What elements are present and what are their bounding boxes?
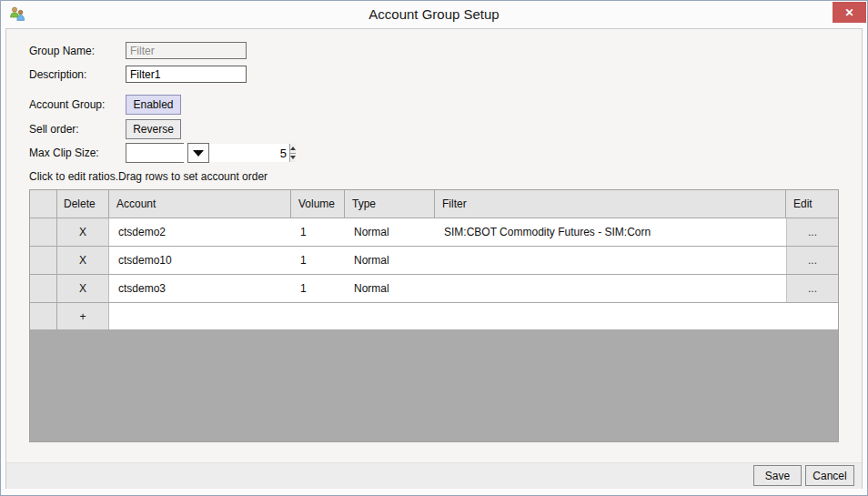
filter-cell[interactable] [435, 275, 786, 302]
volume-cell[interactable]: 1 [291, 247, 345, 274]
max-clip-size-stepper [126, 143, 184, 163]
spin-down-button[interactable] [290, 153, 296, 163]
description-input[interactable] [126, 66, 247, 83]
spin-buttons [289, 144, 296, 162]
grid-header-row: Delete Account Volume Type Filter Edit [30, 190, 838, 218]
edit-button[interactable]: ... [786, 275, 838, 302]
delete-cell[interactable]: X [57, 247, 109, 274]
header-filter[interactable]: Filter [435, 190, 786, 218]
account-group-label: Account Group: [29, 98, 105, 111]
table-body: X ctsdemo2 1 Normal SIM:CBOT Commodity F… [30, 218, 838, 303]
delete-cell[interactable]: X [57, 218, 109, 246]
max-clip-size-label: Max Clip Size: [29, 147, 99, 159]
group-name-input [126, 42, 247, 59]
empty-cell [291, 303, 345, 329]
empty-cell [109, 303, 291, 329]
sell-order-button-label: Reverse [133, 123, 174, 136]
edit-button[interactable]: ... [786, 218, 838, 246]
empty-cell [786, 303, 838, 329]
volume-cell[interactable]: 1 [291, 275, 345, 302]
account-cell[interactable]: ctsdemo10 [109, 247, 291, 274]
cancel-button[interactable]: Cancel [805, 465, 854, 486]
max-clip-size-dropdown-button[interactable] [187, 143, 209, 163]
dialog-title: Account Group Setup [1, 1, 867, 28]
grid-hint-text: Click to edit ratios.Drag rows to set ac… [29, 170, 267, 183]
table-new-row[interactable]: + [30, 303, 838, 330]
sell-order-reverse-button[interactable]: Reverse [126, 119, 181, 139]
account-group-setup-dialog: Account Group Setup ✕ Group Name: Descri… [0, 0, 868, 496]
account-cell[interactable]: ctsdemo2 [109, 218, 291, 246]
volume-cell[interactable]: 1 [291, 218, 345, 246]
row-selector[interactable] [30, 247, 57, 274]
type-cell[interactable]: Normal [345, 218, 435, 246]
type-cell[interactable]: Normal [345, 275, 435, 302]
title-bar[interactable]: Account Group Setup ✕ [1, 1, 867, 28]
header-edit[interactable]: Edit [786, 190, 838, 218]
delete-cell[interactable]: X [57, 275, 109, 302]
sell-order-label: Sell order: [29, 123, 79, 136]
save-button[interactable]: Save [753, 465, 802, 486]
add-row-button[interactable]: + [57, 303, 109, 329]
spin-up-button[interactable] [290, 144, 296, 153]
header-account[interactable]: Account [109, 190, 291, 218]
account-cell[interactable]: ctsdemo3 [109, 275, 291, 302]
cancel-button-label: Cancel [812, 470, 846, 482]
save-button-label: Save [765, 470, 790, 482]
description-label: Description: [29, 68, 86, 81]
edit-button[interactable]: ... [786, 247, 838, 274]
table-row[interactable]: X ctsdemo2 1 Normal SIM:CBOT Commodity F… [30, 218, 838, 247]
empty-cell [435, 303, 786, 329]
empty-cell [345, 303, 435, 329]
account-group-toggle-button[interactable]: Enabled [126, 95, 181, 115]
close-button[interactable]: ✕ [833, 2, 866, 23]
type-cell[interactable]: Normal [345, 247, 435, 274]
accounts-grid: Delete Account Volume Type Filter Edit X… [29, 189, 839, 442]
close-icon: ✕ [844, 6, 853, 19]
row-selector[interactable] [30, 303, 57, 329]
spin-up-icon [290, 147, 296, 150]
filter-cell[interactable]: SIM:CBOT Commodity Futures - SIM:Corn [435, 218, 786, 246]
spin-down-icon [290, 156, 296, 159]
group-name-label: Group Name: [29, 45, 95, 57]
header-delete[interactable]: Delete [57, 190, 109, 218]
filter-cell[interactable] [435, 247, 786, 274]
header-row-selector [30, 190, 57, 218]
header-type[interactable]: Type [345, 190, 435, 218]
footer-bar [6, 462, 862, 489]
table-row[interactable]: X ctsdemo3 1 Normal ... [30, 275, 838, 303]
header-volume[interactable]: Volume [291, 190, 345, 218]
row-selector[interactable] [30, 218, 57, 246]
table-row[interactable]: X ctsdemo10 1 Normal ... [30, 247, 838, 275]
chevron-down-icon [193, 150, 204, 157]
account-group-toggle-label: Enabled [133, 98, 173, 111]
row-selector[interactable] [30, 275, 57, 302]
